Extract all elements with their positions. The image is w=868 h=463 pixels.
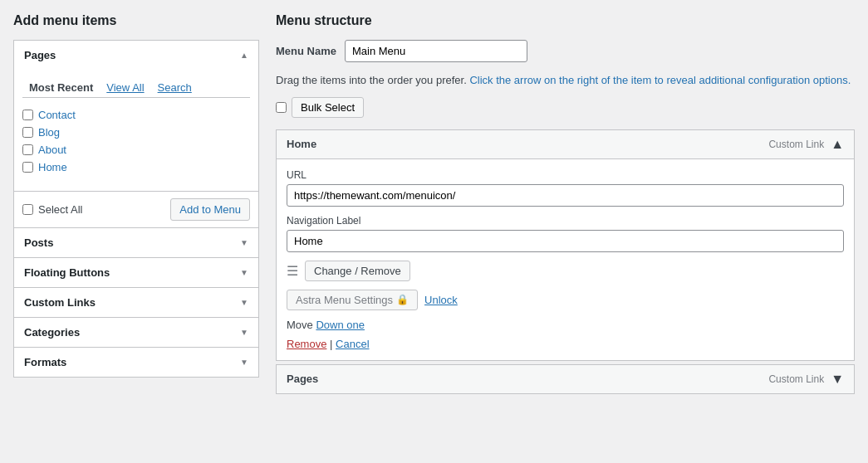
move-label: Move xyxy=(287,319,313,331)
bulk-select-button[interactable]: Bulk Select xyxy=(292,97,364,118)
home-item-type: Custom Link xyxy=(768,139,824,150)
tab-most-recent[interactable]: Most Recent xyxy=(22,78,100,97)
drag-hint-link-text: Click the arrow on the right of the item… xyxy=(469,74,851,86)
list-item-contact: Contact xyxy=(22,106,250,124)
move-down-one-link[interactable]: Down one xyxy=(316,319,365,331)
remove-cancel-row: Remove | Cancel xyxy=(287,338,844,350)
floating-buttons-accordion-header[interactable]: Floating Buttons ▼ xyxy=(14,258,258,287)
pages-footer: Select All Add to Menu xyxy=(14,191,258,227)
categories-accordion-label: Categories xyxy=(24,326,80,339)
label-contact[interactable]: Contact xyxy=(38,109,76,121)
astra-settings-button: Astra Menu Settings 🔒 xyxy=(287,290,418,310)
pages-accordion-header[interactable]: Pages ▲ xyxy=(14,41,258,70)
url-input[interactable] xyxy=(287,184,844,207)
pages-item-right: Custom Link ▼ xyxy=(768,372,844,387)
remove-cancel-separator: | xyxy=(330,338,336,350)
custom-links-accordion-header[interactable]: Custom Links ▼ xyxy=(14,288,258,317)
pages-accordion: Pages ▲ Most Recent View All Search Cont… xyxy=(13,40,259,228)
custom-links-chevron-icon: ▼ xyxy=(240,298,248,307)
menu-name-input[interactable] xyxy=(345,40,527,62)
pages-menu-item: Pages Custom Link ▼ xyxy=(276,364,855,394)
remove-link[interactable]: Remove xyxy=(287,338,326,350)
formats-accordion: Formats ▼ xyxy=(13,348,259,378)
formats-accordion-header[interactable]: Formats ▼ xyxy=(14,348,258,377)
cancel-link[interactable]: Cancel xyxy=(336,338,369,350)
categories-chevron-icon: ▼ xyxy=(240,328,248,337)
label-blog[interactable]: Blog xyxy=(38,126,60,139)
list-item-home: Home xyxy=(22,158,250,176)
checkbox-select-all[interactable] xyxy=(22,204,33,215)
posts-accordion-header[interactable]: Posts ▼ xyxy=(14,228,258,257)
pages-chevron-up-icon: ▲ xyxy=(240,51,248,60)
floating-buttons-accordion-label: Floating Buttons xyxy=(24,266,110,279)
pages-accordion-label: Pages xyxy=(24,49,56,61)
home-menu-item-body: URL Navigation Label ☰ Change / Remove A… xyxy=(277,159,854,360)
url-field-group: URL xyxy=(287,169,844,207)
url-label: URL xyxy=(287,169,844,181)
move-row: Move Down one xyxy=(287,319,844,331)
list-item-about: About xyxy=(22,141,250,158)
custom-links-accordion-label: Custom Links xyxy=(24,296,96,309)
checkbox-about[interactable] xyxy=(22,144,33,155)
floating-buttons-chevron-icon: ▼ xyxy=(240,268,248,277)
formats-chevron-icon: ▼ xyxy=(240,358,248,367)
checkbox-contact[interactable] xyxy=(22,110,33,120)
pages-checkbox-list: Contact Blog About Home xyxy=(22,106,250,176)
home-item-title: Home xyxy=(287,138,316,150)
checkbox-home[interactable] xyxy=(22,162,33,173)
nav-label-field-group: Navigation Label xyxy=(287,215,844,252)
menu-structure-title: Menu structure xyxy=(276,13,855,28)
astra-settings-label: Astra Menu Settings xyxy=(296,294,393,306)
pages-content: Most Recent View All Search Contact Blog xyxy=(14,70,258,191)
drag-hint: Drag the items into the order you prefer… xyxy=(276,72,855,89)
checkbox-blog[interactable] xyxy=(22,127,33,138)
posts-chevron-icon: ▼ xyxy=(240,238,248,247)
pages-menu-item-header: Pages Custom Link ▼ xyxy=(277,365,854,393)
select-all-label[interactable]: Select All xyxy=(38,203,82,216)
add-to-menu-button[interactable]: Add to Menu xyxy=(170,198,250,221)
label-about[interactable]: About xyxy=(38,144,66,156)
pages-item-title: Pages xyxy=(287,373,318,385)
add-menu-items-title: Add menu items xyxy=(13,13,259,28)
select-all-row: Select All xyxy=(22,203,82,216)
pages-item-expand-icon[interactable]: ▼ xyxy=(831,372,844,387)
astra-settings-row: Astra Menu Settings 🔒 Unlock xyxy=(287,290,844,310)
bulk-select-checkbox[interactable] xyxy=(276,102,287,113)
unlock-button[interactable]: Unlock xyxy=(424,294,458,306)
categories-accordion: Categories ▼ xyxy=(13,318,259,348)
lock-icon: 🔒 xyxy=(396,294,409,305)
categories-accordion-header[interactable]: Categories ▼ xyxy=(14,318,258,347)
posts-accordion: Posts ▼ xyxy=(13,228,259,258)
pages-item-type: Custom Link xyxy=(768,373,824,385)
drag-hint-text: Drag the items into the order you prefer… xyxy=(276,74,469,86)
floating-buttons-accordion: Floating Buttons ▼ xyxy=(13,258,259,288)
bulk-select-row: Bulk Select xyxy=(276,97,855,118)
menu-name-row: Menu Name xyxy=(276,40,855,62)
home-menu-item-header: Home Custom Link ▲ xyxy=(277,130,854,159)
tab-view-all[interactable]: View All xyxy=(100,78,150,97)
nav-label-label: Navigation Label xyxy=(287,215,844,227)
home-menu-item: Home Custom Link ▲ URL Navigation Label … xyxy=(276,129,855,361)
label-home[interactable]: Home xyxy=(38,161,67,173)
nav-label-input[interactable] xyxy=(287,230,844,252)
list-item-blog: Blog xyxy=(22,124,250,141)
tab-search[interactable]: Search xyxy=(151,78,199,97)
menu-name-label: Menu Name xyxy=(276,45,336,57)
custom-links-accordion: Custom Links ▼ xyxy=(13,288,259,318)
change-remove-button[interactable]: Change / Remove xyxy=(305,261,410,281)
change-remove-row: ☰ Change / Remove xyxy=(287,261,844,281)
posts-accordion-label: Posts xyxy=(24,236,53,249)
home-item-collapse-icon[interactable]: ▲ xyxy=(831,137,844,152)
drag-handle-icon[interactable]: ☰ xyxy=(287,263,298,279)
formats-accordion-label: Formats xyxy=(24,356,66,368)
home-item-right: Custom Link ▲ xyxy=(768,137,844,152)
pages-tabs-row: Most Recent View All Search xyxy=(22,78,250,98)
